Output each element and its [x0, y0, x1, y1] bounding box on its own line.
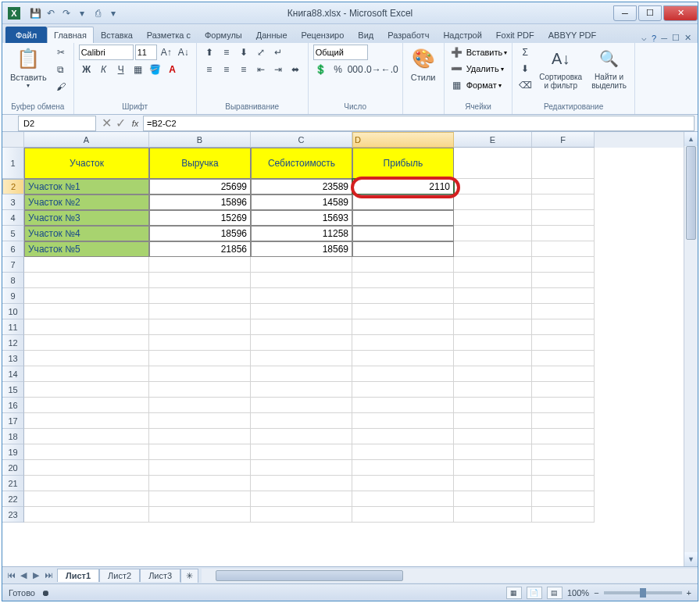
align-bottom-icon[interactable]: ⬇	[236, 45, 252, 60]
cell-a13[interactable]	[24, 351, 149, 366]
sheet-first-icon[interactable]: ⏮	[5, 570, 16, 580]
cell-d15[interactable]	[352, 382, 454, 398]
cell-b10[interactable]	[149, 304, 251, 319]
fx-icon[interactable]: fx	[127, 119, 143, 128]
cell-c14[interactable]	[251, 366, 352, 382]
inner-minimize-icon[interactable]: ─	[661, 34, 667, 43]
cell-b6[interactable]: 21856	[149, 241, 251, 257]
sheet-tab-1[interactable]: Лист1	[57, 569, 99, 582]
underline-icon[interactable]: Ч	[113, 62, 129, 77]
cell-d3[interactable]	[352, 194, 454, 210]
row-header-10[interactable]: 10	[2, 304, 24, 319]
autosum-icon[interactable]: Σ	[517, 45, 533, 60]
cell-e1[interactable]	[454, 148, 532, 179]
font-size-select[interactable]: 11	[135, 45, 157, 60]
cell-d11[interactable]	[352, 319, 454, 335]
row-header-22[interactable]: 22	[2, 491, 24, 507]
cell-e19[interactable]	[454, 444, 532, 460]
macro-record-icon[interactable]: ⏺	[41, 588, 50, 598]
cell-c5[interactable]: 11258	[251, 226, 352, 241]
row-header-19[interactable]: 19	[2, 444, 24, 460]
cell-c19[interactable]	[251, 444, 352, 460]
cell-e20[interactable]	[454, 460, 532, 476]
align-right-icon[interactable]: ≡	[236, 62, 252, 77]
decrease-indent-icon[interactable]: ⇤	[253, 62, 269, 77]
qat-dropdown-icon[interactable]: ▾	[107, 7, 120, 20]
currency-icon[interactable]: 💲	[313, 62, 329, 77]
row-header-14[interactable]: 14	[2, 366, 24, 382]
cell-b23[interactable]	[149, 507, 251, 523]
merge-icon[interactable]: ⬌	[288, 62, 303, 77]
cell-c1[interactable]: Себистоимость	[251, 148, 352, 179]
cell-e8[interactable]	[454, 273, 532, 288]
cell-e15[interactable]	[454, 382, 532, 398]
cell-f17[interactable]	[532, 413, 595, 429]
cell-f8[interactable]	[532, 273, 595, 288]
row-header-13[interactable]: 13	[2, 351, 24, 366]
cell-a3[interactable]: Участок №2	[24, 194, 149, 210]
cell-b16[interactable]	[149, 398, 251, 413]
cell-b21[interactable]	[149, 476, 251, 491]
redo-icon[interactable]: ↷	[60, 7, 73, 20]
grid-rows[interactable]: 1 Участок Выручка Себистоимость Прибыль …	[2, 148, 698, 566]
cell-b20[interactable]	[149, 460, 251, 476]
help-icon[interactable]: ?	[652, 34, 656, 43]
row-header-17[interactable]: 17	[2, 413, 24, 429]
cell-c16[interactable]	[251, 398, 352, 413]
row-header-9[interactable]: 9	[2, 288, 24, 304]
sheet-tab-3[interactable]: Лист3	[140, 569, 180, 582]
cell-b9[interactable]	[149, 288, 251, 304]
sheet-last-icon[interactable]: ⏭	[43, 570, 54, 580]
horizontal-scrollbar[interactable]	[202, 569, 698, 583]
tab-layout[interactable]: Разметка с	[140, 27, 198, 43]
cell-c6[interactable]: 18569	[251, 241, 352, 257]
row-header-12[interactable]: 12	[2, 335, 24, 351]
cell-c15[interactable]	[251, 382, 352, 398]
cell-e2[interactable]	[454, 179, 532, 194]
decrease-font-icon[interactable]: A↓	[176, 45, 191, 60]
cell-e4[interactable]	[454, 210, 532, 226]
orientation-icon[interactable]: ⤢	[253, 45, 269, 60]
cell-e16[interactable]	[454, 398, 532, 413]
comma-icon[interactable]: 000	[348, 62, 363, 77]
cell-c7[interactable]	[251, 257, 352, 273]
cell-e17[interactable]	[454, 413, 532, 429]
increase-indent-icon[interactable]: ⇥	[270, 62, 286, 77]
cell-f18[interactable]	[532, 429, 595, 444]
normal-view-icon[interactable]: ▦	[506, 587, 522, 599]
cell-b19[interactable]	[149, 444, 251, 460]
cell-f1[interactable]	[532, 148, 595, 179]
find-select-button[interactable]: 🔍 Найти и выделить	[588, 45, 630, 91]
minimize-ribbon-icon[interactable]: ⌵	[641, 33, 647, 43]
cell-a20[interactable]	[24, 460, 149, 476]
col-header-e[interactable]: E	[454, 132, 532, 148]
tab-formulas[interactable]: Формулы	[198, 27, 249, 43]
cell-c18[interactable]	[251, 429, 352, 444]
row-header-8[interactable]: 8	[2, 273, 24, 288]
col-header-b[interactable]: B	[149, 132, 251, 148]
cell-d2[interactable]: 2110	[352, 179, 454, 194]
row-header-4[interactable]: 4	[2, 210, 24, 226]
zoom-thumb[interactable]	[640, 588, 646, 598]
cell-d17[interactable]	[352, 413, 454, 429]
cell-d16[interactable]	[352, 398, 454, 413]
cell-f7[interactable]	[532, 257, 595, 273]
cell-f20[interactable]	[532, 460, 595, 476]
row-header-21[interactable]: 21	[2, 476, 24, 491]
row-header-20[interactable]: 20	[2, 460, 24, 476]
cell-b18[interactable]	[149, 429, 251, 444]
cell-d10[interactable]	[352, 304, 454, 319]
decrease-decimal-icon[interactable]: ←.0	[382, 62, 398, 77]
page-break-view-icon[interactable]: ▤	[547, 587, 562, 599]
cell-b4[interactable]: 15269	[149, 210, 251, 226]
row-header-18[interactable]: 18	[2, 429, 24, 444]
cell-f23[interactable]	[532, 507, 595, 523]
zoom-in-icon[interactable]: +	[687, 588, 691, 598]
delete-label[interactable]: Удалить	[466, 64, 499, 73]
col-header-a[interactable]: A	[24, 132, 149, 148]
cell-d4[interactable]	[352, 210, 454, 226]
cell-d8[interactable]	[352, 273, 454, 288]
row-header-11[interactable]: 11	[2, 319, 24, 335]
cell-e13[interactable]	[454, 351, 532, 366]
cell-c9[interactable]	[251, 288, 352, 304]
